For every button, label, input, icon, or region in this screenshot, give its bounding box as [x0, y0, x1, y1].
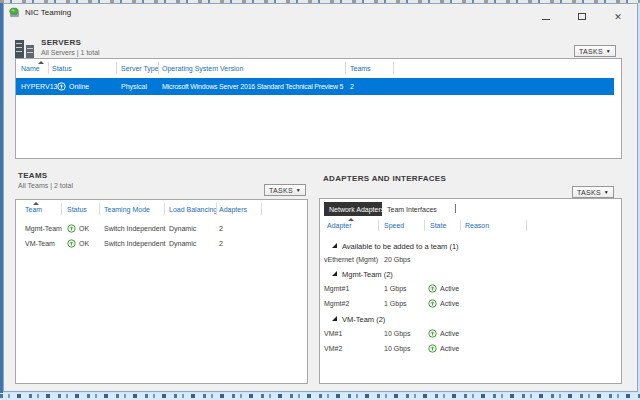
- group-available[interactable]: Available to be added to a team (1): [320, 240, 621, 253]
- dropdown-arrow-icon: ▼: [604, 189, 609, 195]
- teams-tasks-label: TASKS: [269, 187, 293, 194]
- close-button[interactable]: ✕: [607, 6, 629, 19]
- adapter-state: Active: [440, 345, 459, 352]
- servers-subheading: All Servers | 1 total: [41, 49, 100, 56]
- servers-heading: SERVERS: [41, 38, 81, 47]
- servers-col-server-type[interactable]: Server Type: [121, 65, 159, 72]
- team-load-balancing: Dynamic: [169, 240, 196, 247]
- servers-icon: [15, 40, 37, 58]
- team-status: OK: [79, 240, 89, 247]
- teams-col-adapters[interactable]: Adapters: [219, 206, 247, 213]
- adapter-row-vethernet[interactable]: vEthernet (Mgmt) 20 Gbps: [320, 254, 621, 267]
- adapters-table-header[interactable]: Adapter Speed State Reason: [320, 218, 621, 232]
- status-ok-icon: [67, 224, 76, 233]
- adapters-col-speed[interactable]: Speed: [384, 222, 404, 229]
- maximize-icon: [578, 13, 586, 20]
- adapters-col-reason[interactable]: Reason: [465, 222, 489, 229]
- servers-col-name[interactable]: Name: [21, 65, 40, 72]
- group-label: VM-Team (2): [342, 315, 385, 324]
- tab-separator: [455, 204, 456, 213]
- active-status-icon: [428, 299, 437, 308]
- server-os-version: Microsoft Windows Server 2016 Standard T…: [162, 83, 343, 90]
- group-vm-team[interactable]: VM-Team (2): [320, 313, 621, 326]
- adapter-speed: 20 Gbps: [384, 256, 410, 263]
- team-row-vm-team[interactable]: VM-Team OK Switch Independent Dynamic 2: [16, 237, 307, 251]
- adapter-row-mgmt1[interactable]: Mgmt#1 1 Gbps Active: [320, 283, 621, 296]
- sort-ascending-icon: [38, 61, 44, 64]
- team-adapters-count: 2: [219, 225, 223, 232]
- tab-network-adapters[interactable]: Network Adapters: [324, 202, 389, 216]
- adapter-name: VM#2: [324, 345, 342, 352]
- sort-ascending-icon: [348, 218, 354, 221]
- adapters-col-state[interactable]: State: [430, 222, 446, 229]
- team-name: VM-Team: [25, 240, 55, 247]
- status-ok-icon: [67, 239, 76, 248]
- adapter-row-mgmt2[interactable]: Mgmt#2 1 Gbps Active: [320, 298, 621, 311]
- server-name: HYPERV13: [21, 83, 57, 90]
- team-status: OK: [79, 225, 89, 232]
- adapter-row-vm1[interactable]: VM#1 10 Gbps Active: [320, 328, 621, 341]
- adapter-speed: 10 Gbps: [384, 345, 410, 352]
- close-icon: ✕: [614, 12, 622, 22]
- adapters-heading: ADAPTERS AND INTERFACES: [323, 174, 446, 183]
- minimize-button[interactable]: [535, 6, 557, 19]
- teams-subheading: All Teams | 2 total: [18, 182, 73, 189]
- adapter-name: Mgmt#1: [324, 285, 349, 292]
- adapter-name: vEthernet (Mgmt): [324, 256, 378, 263]
- adapters-tasks-button[interactable]: TASKS ▼: [572, 186, 614, 198]
- sort-ascending-icon: [33, 202, 39, 205]
- adapter-state: Active: [440, 330, 459, 337]
- nic-teaming-app-icon: [9, 7, 20, 18]
- adapter-state: Active: [440, 285, 459, 292]
- active-status-icon: [428, 329, 437, 338]
- maximize-button[interactable]: [571, 6, 593, 19]
- teams-table-header[interactable]: Team Status Teaming Mode Load Balancing …: [16, 200, 307, 216]
- adapter-speed: 1 Gbps: [384, 285, 407, 292]
- adapter-row-vm2[interactable]: VM#2 10 Gbps Active: [320, 343, 621, 356]
- servers-col-os-version[interactable]: Operating System Version: [162, 65, 243, 72]
- teams-tasks-button[interactable]: TASKS ▼: [264, 184, 306, 196]
- server-type: Physical: [121, 83, 147, 90]
- adapter-speed: 1 Gbps: [384, 300, 407, 307]
- active-status-icon: [428, 344, 437, 353]
- window-title: NIC Teaming: [25, 8, 71, 17]
- desktop-background: NIC Teaming ✕ SERVERS All Servers | 1 to…: [0, 0, 640, 400]
- group-expanded-icon[interactable]: [332, 243, 337, 248]
- servers-tasks-button[interactable]: TASKS ▼: [574, 45, 616, 57]
- teams-heading: TEAMS: [18, 171, 48, 180]
- tab-team-interfaces[interactable]: Team Interfaces: [382, 202, 442, 216]
- team-adapters-count: 2: [219, 240, 223, 247]
- group-expanded-icon[interactable]: [332, 271, 337, 276]
- server-row-hyperv13[interactable]: HYPERV13 Online Physical Microsoft Windo…: [16, 78, 614, 95]
- servers-table: Name Status Server Type Operating System…: [15, 58, 622, 159]
- servers-col-teams[interactable]: Teams: [350, 65, 371, 72]
- minimize-icon: [542, 19, 550, 20]
- teams-col-teaming-mode[interactable]: Teaming Mode: [104, 206, 150, 213]
- dropdown-arrow-icon: ▼: [296, 187, 301, 193]
- server-teams-count: 2: [350, 83, 354, 90]
- dropdown-arrow-icon: ▼: [606, 48, 611, 54]
- adapters-tasks-label: TASKS: [577, 189, 601, 196]
- teams-table: Team Status Teaming Mode Load Balancing …: [15, 199, 308, 384]
- adapter-name: VM#1: [324, 330, 342, 337]
- server-status: Online: [69, 83, 89, 90]
- team-row-mgmt-team[interactable]: Mgmt-Team OK Switch Independent Dynamic …: [16, 222, 307, 236]
- title-bar[interactable]: NIC Teaming ✕: [4, 4, 637, 21]
- group-expanded-icon[interactable]: [332, 316, 337, 321]
- status-up-icon: [57, 82, 66, 91]
- adapters-panel: Network Adapters Team Interfaces Adapter…: [319, 198, 622, 384]
- servers-col-status[interactable]: Status: [52, 65, 72, 72]
- team-load-balancing: Dynamic: [169, 225, 196, 232]
- teams-col-team[interactable]: Team: [25, 206, 42, 213]
- teams-col-load-balancing[interactable]: Load Balancing: [169, 206, 217, 213]
- active-status-icon: [428, 284, 437, 293]
- group-mgmt-team[interactable]: Mgmt-Team (2): [320, 268, 621, 281]
- teams-col-status[interactable]: Status: [67, 206, 87, 213]
- servers-tasks-label: TASKS: [579, 48, 603, 55]
- servers-table-header[interactable]: Name Status Server Type Operating System…: [16, 59, 621, 75]
- team-teaming-mode: Switch Independent: [104, 240, 166, 247]
- adapter-state: Active: [440, 300, 459, 307]
- team-name: Mgmt-Team: [25, 225, 62, 232]
- adapters-col-adapter[interactable]: Adapter: [327, 222, 352, 229]
- adapter-name: Mgmt#2: [324, 300, 349, 307]
